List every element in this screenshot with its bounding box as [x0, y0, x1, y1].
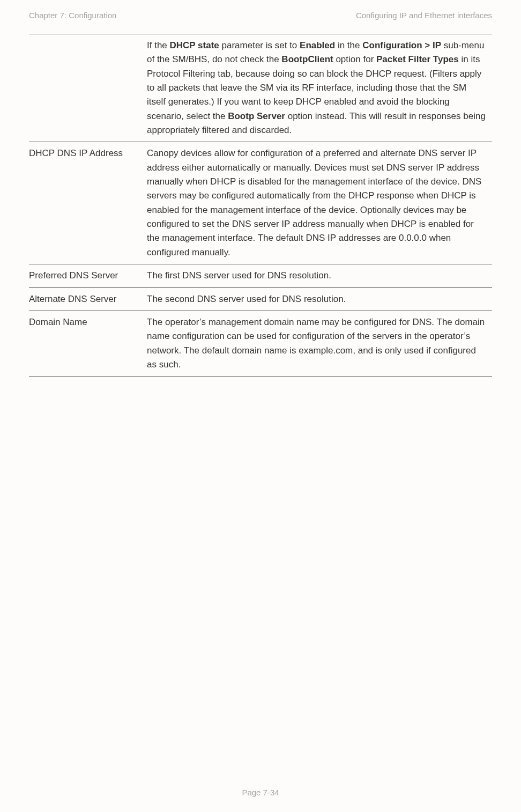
- bold-text: Bootp Server: [228, 111, 285, 121]
- text: Canopy devices allow for configuration o…: [147, 148, 481, 257]
- table-row: If the DHCP state parameter is set to En…: [29, 34, 492, 142]
- row-label: DHCP DNS IP Address: [29, 142, 147, 264]
- text: parameter is set to: [219, 40, 300, 50]
- bold-text: BootpClient: [281, 54, 333, 64]
- row-description: The first DNS server used for DNS resolu…: [147, 264, 492, 287]
- bold-text: DHCP state: [170, 40, 219, 50]
- row-description: Canopy devices allow for configuration o…: [147, 142, 492, 264]
- bold-text: Packet Filter Types: [376, 54, 459, 64]
- row-description: The second DNS server used for DNS resol…: [147, 287, 492, 311]
- row-label: [29, 34, 147, 142]
- header-right: Configuring IP and Ethernet interfaces: [356, 11, 492, 20]
- header-left: Chapter 7: Configuration: [29, 11, 116, 20]
- text: The first DNS server used for DNS resolu…: [147, 270, 331, 280]
- page-footer: Page 7-34: [0, 788, 521, 797]
- bold-text: Configuration > IP: [362, 40, 441, 50]
- table-row: Alternate DNS ServerThe second DNS serve…: [29, 287, 492, 311]
- bold-text: Enabled: [300, 40, 335, 50]
- text: The second DNS server used for DNS resol…: [147, 294, 346, 304]
- page-header: Chapter 7: Configuration Configuring IP …: [29, 11, 492, 20]
- row-label: Alternate DNS Server: [29, 287, 147, 311]
- row-description: The operator’s management domain name ma…: [147, 311, 492, 376]
- text: If the: [147, 40, 170, 50]
- table-row: DHCP DNS IP AddressCanopy devices allow …: [29, 142, 492, 264]
- row-label: Domain Name: [29, 311, 147, 376]
- table-row: Domain NameThe operator’s management dom…: [29, 311, 492, 376]
- text: option for: [333, 54, 376, 64]
- text: The operator’s management domain name ma…: [147, 317, 485, 370]
- row-description: If the DHCP state parameter is set to En…: [147, 34, 492, 142]
- table-row: Preferred DNS ServerThe first DNS server…: [29, 264, 492, 287]
- row-label: Preferred DNS Server: [29, 264, 147, 287]
- text: in the: [335, 40, 362, 50]
- definition-table: If the DHCP state parameter is set to En…: [29, 34, 492, 377]
